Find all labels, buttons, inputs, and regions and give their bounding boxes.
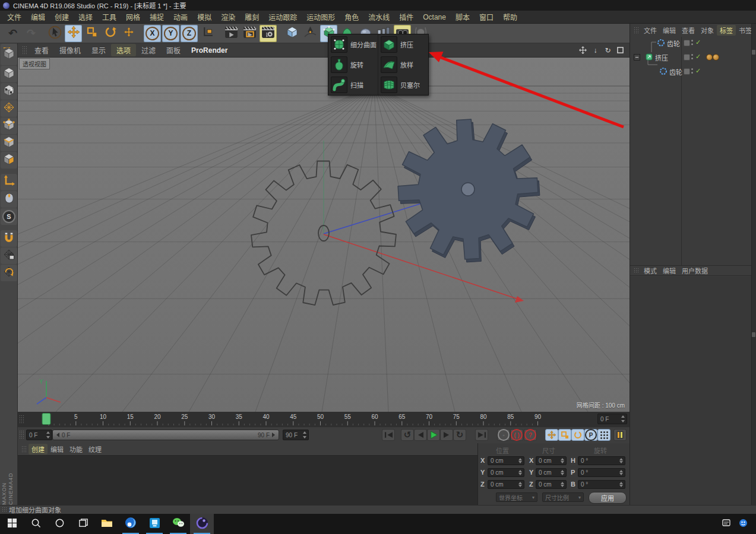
menubar-item-14[interactable]: 流水线	[363, 11, 394, 23]
end-frame-spinner[interactable]	[303, 431, 307, 438]
visibility-dots-icon[interactable]	[691, 54, 693, 59]
tray-tray-white-button[interactable]	[722, 519, 730, 529]
timeline-ruler[interactable]: 051015202530354045505560657075808590 0 F	[18, 412, 630, 428]
viewport-menu-1[interactable]: 摄像机	[54, 44, 86, 56]
key-position-button[interactable]	[545, 429, 558, 441]
goto-start-button[interactable]	[382, 429, 395, 441]
workplane-button[interactable]	[1, 174, 17, 190]
layer-icon[interactable]	[684, 54, 690, 61]
render-settings-button[interactable]	[260, 25, 277, 42]
menubar-item-6[interactable]: 捕捉	[145, 11, 169, 23]
panel-pin-icon[interactable]	[752, 332, 755, 337]
object-manager-menu-4[interactable]: 标签	[717, 25, 736, 36]
object-name[interactable]: 挤压	[655, 53, 668, 62]
field-spinner[interactable]	[561, 458, 565, 463]
attribute-manager-grip[interactable]	[634, 268, 639, 274]
size-z-field[interactable]: 0 cm	[536, 480, 567, 489]
texture-mode-button[interactable]	[1, 83, 17, 100]
play-backward-button[interactable]: ↺	[401, 429, 414, 441]
render-region-button[interactable]	[241, 25, 258, 42]
move-button[interactable]	[65, 25, 82, 42]
axis-y-button[interactable]: Y	[162, 25, 179, 42]
viewport-menu-4[interactable]: 过滤	[136, 44, 161, 56]
rotation-b-field[interactable]: 0 °	[578, 480, 625, 489]
live-selection-button[interactable]	[46, 25, 64, 42]
viewport-menu-3[interactable]: 选项	[111, 44, 136, 56]
object-manager-grip[interactable]	[634, 27, 639, 34]
end-frame-field[interactable]: 90 F	[283, 430, 309, 440]
object-name[interactable]: 齿轮	[669, 67, 682, 77]
primitive-cube-button[interactable]	[283, 25, 300, 42]
menubar-item-8[interactable]: 模拟	[192, 11, 216, 23]
rotation-h-field[interactable]: 0 °	[578, 456, 625, 465]
wechat-button[interactable]	[166, 514, 190, 534]
question-button[interactable]: ?	[524, 429, 537, 441]
object-row[interactable]: 齿轮✓	[630, 38, 756, 47]
play-button[interactable]	[427, 429, 440, 441]
object-row[interactable]: 挤压✓	[630, 52, 756, 62]
menubar-item-7[interactable]: 动画	[169, 11, 192, 23]
rotation-p-field[interactable]: 0 °	[578, 468, 625, 477]
magnet-button[interactable]	[1, 230, 17, 247]
keyframe-bar-button[interactable]	[613, 429, 627, 441]
record-button[interactable]: ( )	[510, 429, 523, 441]
apply-button[interactable]: 应用	[589, 492, 627, 504]
transport-grip[interactable]	[19, 430, 24, 440]
ruler-frame-field[interactable]: 0 F	[597, 414, 627, 424]
attribute-tab-0[interactable]: 模式	[641, 265, 660, 276]
search-button[interactable]	[24, 514, 48, 534]
material-menu-2[interactable]: 功能	[67, 444, 86, 454]
polygons-mode-button[interactable]	[1, 152, 17, 169]
viewport-solo-button[interactable]	[1, 191, 17, 208]
key-pla-button[interactable]	[597, 429, 611, 441]
enabled-check-icon[interactable]: ✓	[695, 53, 701, 61]
menubar-item-18[interactable]: 窗口	[475, 11, 498, 23]
key-scale-button[interactable]	[558, 429, 571, 441]
field-spinner[interactable]	[518, 458, 523, 463]
menu-item-lathe[interactable]: 旋转	[328, 55, 378, 75]
viewport-menu-2[interactable]: 显示	[86, 44, 111, 56]
browser-button[interactable]	[119, 514, 143, 534]
object-manager-menu-0[interactable]: 文件	[641, 25, 660, 36]
cortana-button[interactable]	[48, 514, 71, 534]
timeline-range-slider[interactable]: 0 F 90 F	[52, 430, 279, 440]
view-label[interactable]: 透视视图	[19, 58, 50, 69]
prev-frame-button[interactable]	[414, 429, 427, 441]
visibility-dots-icon[interactable]	[691, 40, 693, 45]
viewport-menu-0[interactable]: 查看	[29, 44, 54, 56]
loop-button[interactable]: ↻	[453, 429, 466, 441]
cinema4d-button[interactable]	[190, 514, 214, 534]
enabled-check-icon[interactable]: ✓	[695, 39, 701, 46]
lock-workplane-button[interactable]	[1, 247, 17, 264]
material-menu-3[interactable]: 纹理	[86, 444, 105, 454]
object-name[interactable]: 齿轮	[667, 39, 680, 48]
autokey-button[interactable]: ◦	[497, 429, 510, 441]
field-spinner[interactable]	[619, 470, 624, 475]
task-view-button[interactable]	[71, 514, 95, 534]
object-row[interactable]: 齿轮✓	[630, 66, 756, 76]
last-tool-button[interactable]	[120, 25, 137, 42]
coord-system-select[interactable]: 世界坐标▾	[496, 492, 537, 502]
menu-item-bezier[interactable]: 贝塞尔	[378, 75, 428, 95]
status-grip[interactable]	[2, 507, 7, 512]
ruler-frame-spinner[interactable]	[621, 415, 625, 422]
menubar-item-3[interactable]: 选择	[74, 11, 97, 23]
menubar-item-17[interactable]: 脚本	[451, 11, 475, 23]
tray-tray-blue-button[interactable]	[739, 519, 748, 530]
position-y-field[interactable]: 0 cm	[488, 468, 524, 477]
axis-z-button[interactable]: Z	[181, 25, 198, 42]
rotate-workplane-button[interactable]	[1, 265, 17, 281]
coordinate-system-button[interactable]	[199, 25, 216, 42]
object-manager-menu-2[interactable]: 查看	[679, 25, 698, 36]
field-spinner[interactable]	[518, 470, 523, 475]
size-y-field[interactable]: 0 cm	[536, 468, 567, 477]
viewport-menubar-grip[interactable]	[22, 46, 27, 55]
scale-button[interactable]	[83, 25, 100, 42]
start-button[interactable]	[0, 514, 24, 534]
object-manager-menu-3[interactable]: 对象	[698, 25, 717, 36]
viewport-zoom-icon[interactable]: ↓	[591, 46, 600, 55]
menu-item-subdivision-surface[interactable]: 细分曲面	[328, 34, 378, 55]
edges-mode-button[interactable]	[1, 135, 17, 151]
render-view-button[interactable]	[223, 25, 240, 42]
panel-pin-icon[interactable]	[752, 50, 755, 55]
